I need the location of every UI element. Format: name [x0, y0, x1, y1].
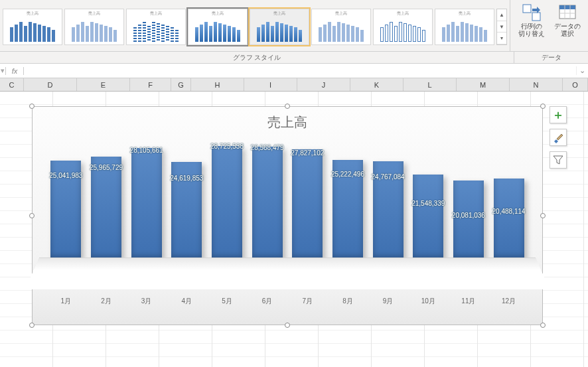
select-data-label: データの 選択 — [554, 23, 581, 37]
chart-bar[interactable]: 25,222,496 — [332, 160, 364, 260]
chart-bar[interactable]: 24,767,084 — [372, 161, 404, 260]
ribbon-chart-design: 売上高 売上高 売上高 売上高 売上高 売上高 売上高 売上高 — [0, 0, 588, 52]
chart-styles-more[interactable]: ▲ ▼ ▾ — [496, 9, 507, 45]
x-tick-label: 12月 — [493, 297, 525, 306]
chevron-down-icon[interactable]: ▼ — [497, 21, 506, 33]
fx-label[interactable]: fx — [5, 67, 24, 75]
chart-style-1[interactable]: 売上高 — [3, 9, 62, 45]
chart-filter-button[interactable] — [550, 151, 567, 169]
resize-handle[interactable] — [540, 104, 546, 109]
column-header[interactable]: L — [404, 78, 457, 91]
chart-bar-fill — [212, 146, 242, 260]
column-header[interactable]: C — [0, 78, 24, 91]
chart-bar[interactable]: 24,619,853 — [171, 162, 202, 260]
column-header[interactable]: J — [297, 78, 350, 91]
column-header[interactable]: K — [350, 78, 404, 91]
resize-handle[interactable] — [285, 323, 290, 328]
x-tick-label: 3月 — [131, 297, 163, 306]
chart-bar[interactable]: 20,488,114 — [493, 179, 525, 260]
select-data-icon — [558, 4, 577, 21]
svg-rect-0 — [523, 5, 531, 13]
chart-bar[interactable]: 27,827,102 — [291, 149, 323, 260]
select-data-button[interactable]: データの 選択 — [551, 3, 583, 51]
x-tick-label: 11月 — [453, 297, 484, 306]
chart-data-label: 25,965,729 — [80, 164, 133, 171]
x-tick-label: 8月 — [332, 297, 364, 306]
chart-styles-gallery: 売上高 売上高 売上高 売上高 売上高 売上高 売上高 売上高 — [0, 0, 510, 51]
data-group-label: データ — [514, 52, 588, 63]
plus-icon: ＋ — [552, 107, 564, 123]
chart-style-2[interactable]: 売上高 — [64, 9, 124, 45]
resize-handle[interactable] — [29, 323, 35, 328]
chart-bar[interactable]: 28,725,538 — [211, 146, 243, 260]
column-header[interactable]: D — [24, 78, 77, 91]
column-header[interactable]: M — [457, 78, 510, 91]
brush-icon — [552, 131, 564, 143]
styles-group-label: グラフ スタイル — [0, 52, 514, 63]
column-headers: CDEFGHIJKLMNO — [0, 78, 588, 92]
chart-bar[interactable]: 28,105,661 — [131, 148, 163, 260]
chart-object[interactable]: 売上高 25,041,98325,965,72928,105,66124,619… — [32, 106, 543, 325]
chart-bar-fill — [131, 148, 162, 260]
chart-data-label: 24,619,853 — [160, 175, 213, 182]
column-header[interactable]: N — [510, 78, 563, 91]
column-header[interactable]: G — [171, 78, 191, 91]
chart-data-label: 24,767,084 — [362, 173, 415, 181]
chart-styles-button[interactable] — [550, 129, 567, 146]
chart-side-tools: ＋ — [550, 106, 567, 169]
chart-bar[interactable]: 25,965,729 — [90, 157, 122, 260]
resize-handle[interactable] — [29, 213, 35, 218]
chart-style-8[interactable]: 売上高 — [435, 9, 494, 45]
chart-style-4[interactable]: 売上高 — [188, 9, 248, 45]
chart-bar[interactable]: 25,041,983 — [50, 161, 82, 260]
namebox-dropdown-icon[interactable]: ▾ — [0, 66, 5, 75]
chart-data-label: 20,488,114 — [482, 208, 536, 215]
column-header[interactable]: I — [244, 78, 297, 91]
formula-bar: ▾ fx ⌄ — [0, 64, 588, 78]
chart-style-6[interactable]: 売上高 — [311, 9, 371, 45]
chart-bar-fill — [413, 175, 443, 260]
chart-bar[interactable]: 21,548,339 — [412, 175, 444, 260]
chart-bar-fill — [494, 179, 524, 260]
chart-x-axis[interactable]: 1月2月3月4月5月6月7月8月9月10月11月12月 — [46, 297, 529, 306]
formula-expand-icon[interactable]: ⌄ — [576, 66, 588, 75]
funnel-icon — [553, 155, 563, 165]
resize-handle[interactable] — [29, 104, 35, 109]
svg-rect-1 — [532, 13, 540, 21]
chart-bar-fill — [91, 157, 121, 260]
switch-rowcol-label: 行/列の 切り替え — [518, 23, 545, 37]
chart-floor — [25, 257, 550, 289]
x-tick-label: 5月 — [211, 297, 243, 306]
x-tick-label: 10月 — [412, 297, 444, 306]
chevron-up-icon[interactable]: ▲ — [497, 9, 506, 21]
chart-bar-fill — [252, 147, 283, 260]
chart-style-7[interactable]: 売上高 — [373, 9, 433, 45]
chart-data-label: 25,041,983 — [39, 172, 92, 179]
chart-plot-area[interactable]: 25,041,98325,965,72928,105,66124,619,853… — [46, 134, 529, 260]
chart-style-5[interactable]: 売上高 — [250, 9, 309, 45]
formula-input[interactable] — [24, 64, 576, 78]
resize-handle[interactable] — [540, 213, 546, 218]
x-tick-label: 6月 — [252, 297, 283, 306]
chart-data-label: 28,105,661 — [120, 147, 173, 154]
column-header[interactable]: F — [130, 78, 171, 91]
svg-rect-3 — [559, 5, 575, 9]
chart-data-label: 27,827,102 — [281, 149, 334, 157]
column-header[interactable]: H — [191, 78, 244, 91]
switch-row-column-button[interactable]: 行/列の 切り替え — [516, 3, 548, 51]
switch-rowcol-icon — [522, 4, 541, 21]
chart-style-3[interactable]: 売上高 — [126, 9, 186, 45]
x-tick-label: 4月 — [171, 297, 202, 306]
chart-add-element-button[interactable]: ＋ — [550, 106, 567, 123]
column-header[interactable]: O — [563, 78, 588, 91]
worksheet-grid[interactable]: 売上高 25,041,98325,965,72928,105,66124,619… — [0, 92, 588, 367]
chart-bar[interactable]: 28,568,479 — [252, 147, 283, 260]
resize-handle[interactable] — [540, 323, 546, 328]
resize-handle[interactable] — [285, 104, 290, 109]
column-header[interactable]: E — [77, 78, 130, 91]
chart-bar[interactable]: 20,081,036 — [453, 181, 484, 260]
x-tick-label: 2月 — [90, 297, 122, 306]
x-tick-label: 1月 — [50, 297, 82, 306]
chart-title[interactable]: 売上高 — [33, 107, 542, 134]
expand-gallery-icon[interactable]: ▾ — [497, 33, 506, 44]
